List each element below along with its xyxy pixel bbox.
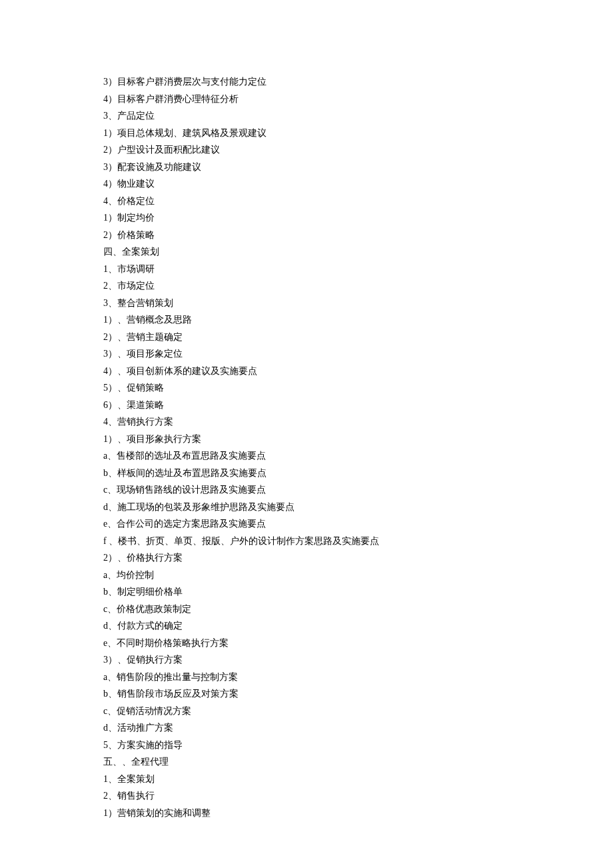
outline-item: 1、全案策划: [103, 771, 510, 788]
outline-item: d、施工现场的包装及形象维护思路及实施要点: [103, 499, 510, 516]
outline-item: 3）、促销执行方案: [103, 651, 510, 669]
outline-item: c、现场销售路线的设计思路及实施要点: [103, 481, 510, 499]
outline-item: 3）配套设施及功能建议: [103, 159, 510, 176]
outline-item: 3）、项目形象定位: [103, 345, 510, 363]
outline-item: a、均价控制: [103, 567, 510, 584]
outline-item: 4、营销执行方案: [103, 413, 510, 431]
outline-item: b、制定明细价格单: [103, 583, 510, 601]
outline-item: 3、整合营销策划: [103, 295, 510, 312]
outline-item: f 、楼书、折页、单页、报版、户外的设计制作方案思路及实施要点: [103, 533, 510, 550]
outline-item: 1、市场调研: [103, 261, 510, 278]
outline-item: c、促销活动情况方案: [103, 703, 510, 720]
outline-item: 5）、促销策略: [103, 379, 510, 397]
outline-item: 1）营销策划的实施和调整: [103, 805, 510, 822]
outline-item: 2、市场定位: [103, 277, 510, 295]
outline-item: 1）、营销概念及思路: [103, 311, 510, 329]
document-page: 3）目标客户群消费层次与支付能力定位 4）目标客户群消费心理特征分析 3、产品定…: [0, 0, 613, 868]
outline-item: 3）目标客户群消费层次与支付能力定位: [103, 73, 510, 91]
outline-item: 4、价格定位: [103, 193, 510, 210]
outline-item: 3、产品定位: [103, 107, 510, 125]
outline-item: 1）、项目形象执行方案: [103, 431, 510, 448]
outline-item: e、不同时期价格策略执行方案: [103, 635, 510, 652]
outline-item: 1）项目总体规划、建筑风格及景观建议: [103, 125, 510, 142]
outline-item: b、销售阶段市场反应及对策方案: [103, 685, 510, 703]
outline-item: d、活动推广方案: [103, 719, 510, 737]
outline-item: 五、、全程代理: [103, 753, 510, 771]
outline-item: 4）、项目创新体系的建议及实施要点: [103, 363, 510, 380]
outline-item: a、售楼部的选址及布置思路及实施要点: [103, 447, 510, 465]
outline-item: 6）、渠道策略: [103, 397, 510, 414]
outline-item: e、合作公司的选定方案思路及实施要点: [103, 515, 510, 533]
outline-item: 2）价格策略: [103, 227, 510, 244]
outline-item: c、价格优惠政策制定: [103, 601, 510, 618]
outline-item: 2）户型设计及面积配比建议: [103, 141, 510, 159]
outline-item: 4）目标客户群消费心理特征分析: [103, 91, 510, 108]
outline-item: 四、全案策划: [103, 243, 510, 261]
outline-item: 4）物业建议: [103, 175, 510, 193]
outline-item: 2）、价格执行方案: [103, 549, 510, 567]
outline-item: 1）制定均价: [103, 209, 510, 227]
outline-item: d、付款方式的确定: [103, 617, 510, 635]
outline-item: 2、销售执行: [103, 787, 510, 805]
outline-item: 2）、营销主题确定: [103, 329, 510, 346]
outline-item: 5、方案实施的指导: [103, 737, 510, 754]
outline-item: a、销售阶段的推出量与控制方案: [103, 669, 510, 686]
outline-item: b、样板间的选址及布置思路及实施要点: [103, 465, 510, 482]
